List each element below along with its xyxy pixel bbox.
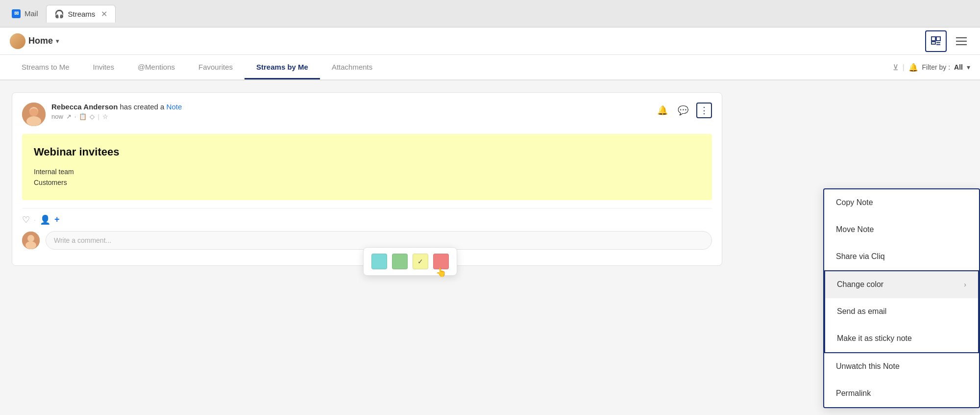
note-body-line-1: Internal team bbox=[34, 166, 700, 177]
note-title: Webinar invitees bbox=[34, 146, 700, 158]
tab-streams[interactable]: 🎧 Streams ✕ bbox=[46, 5, 116, 23]
note-card: Rebecca Anderson has created a Note now … bbox=[12, 92, 722, 266]
tab-attachments[interactable]: Attachments bbox=[320, 56, 384, 79]
header: Home ▾ bbox=[0, 27, 980, 55]
note-body: Internal team Customers bbox=[34, 166, 700, 188]
color-picker-popup: 👆 bbox=[363, 247, 457, 276]
note-header: Rebecca Anderson has created a Note now … bbox=[22, 103, 712, 126]
mail-icon: ✉ bbox=[12, 9, 21, 18]
context-menu: Copy Note Move Note Share via Cliq Chang… bbox=[823, 188, 980, 408]
commenter-avatar bbox=[22, 232, 40, 249]
menu-item-unwatch[interactable]: Unwatch this Note bbox=[824, 353, 979, 380]
color-swatch-teal[interactable] bbox=[371, 254, 387, 269]
filter-bell-icon: 🔔 bbox=[908, 63, 918, 72]
assign-icon[interactable]: 👤 bbox=[40, 214, 50, 225]
hamburger-button[interactable] bbox=[953, 32, 970, 50]
header-left: Home ▾ bbox=[10, 33, 59, 49]
external-link-icon[interactable]: ↗ bbox=[66, 113, 72, 120]
filter-divider: | bbox=[903, 63, 905, 71]
menu-item-make-sticky[interactable]: Make it as sticky note bbox=[825, 325, 978, 352]
note-footer: ♡ · 👤 + bbox=[22, 208, 712, 225]
menu-item-share-cliq[interactable]: Share via Cliq bbox=[824, 243, 979, 270]
context-menu-highlighted-section: Change color › Send as email Make it as … bbox=[824, 270, 979, 353]
chat-icon[interactable]: 💬 bbox=[676, 103, 690, 118]
note-time: now ↗ · 📋 ◇ | ☆ bbox=[51, 113, 649, 120]
tab-streams-by-me[interactable]: Streams by Me bbox=[245, 56, 320, 79]
note-meta: Rebecca Anderson has created a Note now … bbox=[51, 103, 649, 120]
svg-rect-2 bbox=[931, 42, 935, 44]
tab-mail-label: Mail bbox=[24, 9, 38, 18]
tab-bar: ✉ Mail 🎧 Streams ✕ bbox=[0, 0, 980, 27]
user-avatar-header bbox=[10, 33, 25, 49]
hamburger-icon bbox=[956, 37, 967, 46]
nav-tabs: Streams to Me Invites @Mentions Favourit… bbox=[0, 55, 980, 80]
tag-icon[interactable]: ◇ bbox=[90, 113, 95, 120]
menu-item-change-color[interactable]: Change color › bbox=[825, 271, 978, 298]
note-copy-icon[interactable]: 📋 bbox=[79, 113, 87, 120]
menu-item-permalink[interactable]: Permalink bbox=[824, 380, 979, 407]
comment-placeholder: Write a comment... bbox=[54, 236, 111, 244]
note-body-line-2: Customers bbox=[34, 177, 700, 188]
author-avatar bbox=[22, 103, 46, 126]
note-content-area: Webinar invitees Internal team Customers bbox=[22, 134, 712, 200]
color-swatch-yellow[interactable] bbox=[413, 254, 428, 269]
svg-point-11 bbox=[29, 108, 38, 116]
note-actions-top: 🔔 💬 ⋮ bbox=[655, 103, 712, 118]
filter-icon: ⊻ bbox=[893, 63, 899, 72]
note-author-line: Rebecca Anderson has created a Note bbox=[51, 103, 649, 111]
note-action-text: has created a bbox=[120, 103, 167, 111]
dot-divider: · bbox=[74, 113, 76, 120]
author-name: Rebecca Anderson bbox=[51, 103, 118, 111]
streams-headphone-icon: 🎧 bbox=[54, 9, 64, 19]
svg-point-13 bbox=[27, 235, 34, 242]
view-toggle-button[interactable] bbox=[925, 30, 947, 52]
home-title[interactable]: Home bbox=[28, 36, 53, 46]
more-options-button[interactable]: ⋮ bbox=[696, 103, 712, 118]
alarm-icon[interactable]: 🔔 bbox=[655, 103, 670, 118]
color-swatch-green[interactable] bbox=[392, 254, 408, 269]
filter-dropdown-arrow[interactable]: ▾ bbox=[967, 63, 970, 71]
svg-point-10 bbox=[26, 116, 41, 126]
tab-streams-label: Streams bbox=[68, 10, 96, 18]
svg-rect-0 bbox=[931, 37, 935, 41]
svg-rect-1 bbox=[936, 37, 940, 41]
filter-value[interactable]: All bbox=[954, 63, 963, 71]
filter-label: Filter by : bbox=[922, 63, 951, 71]
cursor-pointer-indicator: 👆 bbox=[436, 267, 446, 278]
change-color-arrow: › bbox=[964, 281, 966, 288]
svg-point-14 bbox=[25, 241, 36, 249]
menu-item-copy-note[interactable]: Copy Note bbox=[824, 189, 979, 216]
tab-invites[interactable]: Invites bbox=[81, 56, 126, 79]
tab-mail[interactable]: ✉ Mail bbox=[4, 5, 46, 22]
color-swatch-red[interactable]: 👆 bbox=[433, 254, 449, 269]
tab-mentions[interactable]: @Mentions bbox=[126, 56, 187, 79]
note-link[interactable]: Note bbox=[167, 103, 182, 111]
tab-favourites[interactable]: Favourites bbox=[187, 56, 245, 79]
main-content: Rebecca Anderson has created a Note now … bbox=[0, 80, 980, 415]
header-right bbox=[925, 30, 970, 52]
dot-separator: · bbox=[34, 216, 36, 224]
star-icon[interactable]: ☆ bbox=[102, 113, 108, 120]
tab-close-button[interactable]: ✕ bbox=[101, 9, 107, 19]
filter-section: ⊻ | 🔔 Filter by : All ▾ bbox=[893, 63, 970, 72]
menu-item-send-email[interactable]: Send as email bbox=[825, 298, 978, 325]
menu-item-move-note[interactable]: Move Note bbox=[824, 216, 979, 243]
home-dropdown-arrow[interactable]: ▾ bbox=[56, 38, 59, 45]
add-reaction-button[interactable]: + bbox=[54, 214, 60, 225]
divider-line: | bbox=[98, 113, 99, 120]
grid-view-icon bbox=[931, 36, 941, 47]
like-icon[interactable]: ♡ bbox=[22, 214, 30, 225]
tab-streams-to-me[interactable]: Streams to Me bbox=[10, 56, 81, 79]
